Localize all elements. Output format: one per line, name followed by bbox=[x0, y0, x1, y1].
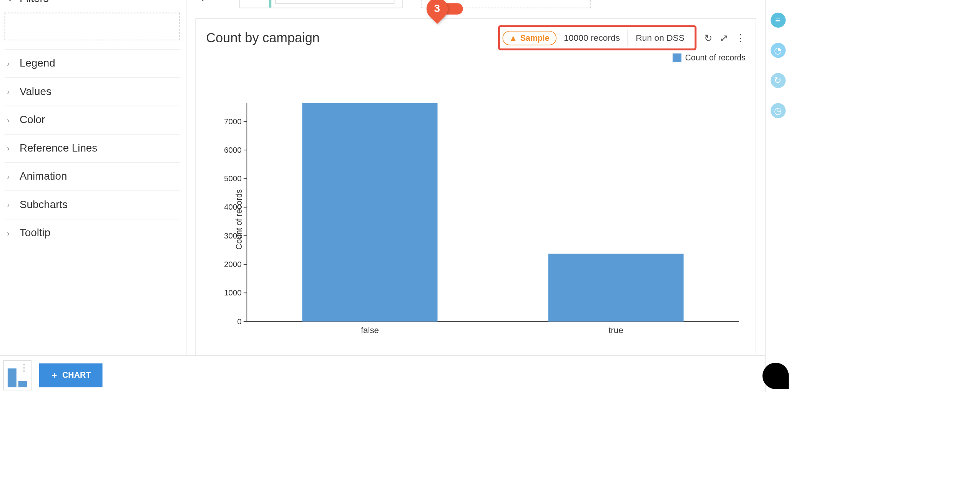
x-field-pill[interactable]: ⌄ campaign 🗑 bbox=[275, 0, 394, 4]
svg-text:0: 0 bbox=[237, 317, 241, 326]
svg-rect-20 bbox=[548, 254, 684, 322]
fullscreen-icon[interactable]: ⤢ bbox=[720, 32, 728, 44]
accordion-tooltip[interactable]: ›Tooltip bbox=[5, 219, 180, 247]
sample-count: 10000 records bbox=[556, 30, 628, 46]
bar-chart: 01000200030004000500060007000falsetrue bbox=[206, 62, 746, 377]
svg-rect-18 bbox=[302, 103, 437, 321]
rail-chat-icon[interactable]: ◔ bbox=[770, 43, 785, 58]
add-chart-button[interactable]: ＋ CHART bbox=[39, 363, 102, 387]
chevron-right-icon: › bbox=[7, 116, 15, 125]
warning-icon: ▲ bbox=[509, 33, 517, 43]
svg-text:1000: 1000 bbox=[224, 288, 242, 297]
svg-text:2000: 2000 bbox=[224, 260, 242, 269]
accordion-values[interactable]: ›Values bbox=[5, 77, 180, 106]
by-label: By bbox=[195, 0, 227, 0]
accordion-animation[interactable]: ›Animation bbox=[5, 162, 180, 191]
chat-fab[interactable] bbox=[762, 363, 789, 389]
plus-icon: ＋ bbox=[50, 369, 58, 380]
rail-list-icon[interactable]: ≡ bbox=[770, 13, 785, 28]
chevron-right-icon: › bbox=[7, 229, 15, 238]
svg-text:true: true bbox=[608, 326, 623, 335]
more-icon[interactable]: ⋮ bbox=[20, 362, 28, 372]
chevron-right-icon: › bbox=[7, 59, 15, 68]
chart-thumbnail[interactable]: ⋮ bbox=[3, 360, 32, 390]
sample-button[interactable]: ▲ Sample bbox=[502, 30, 556, 45]
svg-text:6000: 6000 bbox=[224, 145, 242, 154]
rail-history-icon[interactable]: ↻ bbox=[770, 73, 785, 88]
x-axis-config[interactable]: X⌄ ⌄ campaign 🗑 bbox=[239, 0, 403, 8]
y-axis-label: Count of records bbox=[234, 189, 244, 250]
chart-legend: Count of records bbox=[206, 53, 746, 62]
svg-text:5000: 5000 bbox=[224, 174, 242, 183]
group-dropzone[interactable]: ◐ ⌄ Drop to create groups of bars bbox=[422, 0, 591, 8]
accordion-filters[interactable]: ⌄Filters bbox=[5, 0, 180, 13]
filter-dropzone[interactable] bbox=[5, 13, 180, 40]
refresh-icon[interactable]: ↻ bbox=[704, 32, 712, 44]
accordion-color[interactable]: ›Color bbox=[5, 106, 180, 134]
run-on-dss-button[interactable]: Run on DSS bbox=[628, 30, 692, 46]
sample-info-box: ▲ Sample 10000 records Run on DSS bbox=[498, 25, 696, 50]
chevron-down-icon: ⌄ bbox=[7, 0, 15, 3]
accordion-legend[interactable]: ›Legend bbox=[5, 49, 180, 78]
svg-text:false: false bbox=[361, 326, 379, 335]
legend-swatch bbox=[673, 53, 681, 62]
chevron-right-icon: › bbox=[7, 200, 15, 209]
chevron-right-icon: › bbox=[7, 172, 15, 181]
accordion-subcharts[interactable]: ›Subcharts bbox=[5, 190, 180, 219]
accordion-reference-lines[interactable]: ›Reference Lines bbox=[5, 134, 180, 162]
svg-text:7000: 7000 bbox=[224, 117, 242, 126]
chevron-right-icon: › bbox=[7, 144, 15, 153]
more-icon[interactable]: ⋮ bbox=[736, 32, 746, 44]
rail-clock-icon[interactable]: ◷ bbox=[770, 103, 785, 118]
chart-title: Count by campaign bbox=[206, 30, 320, 45]
chevron-right-icon: › bbox=[7, 87, 15, 96]
